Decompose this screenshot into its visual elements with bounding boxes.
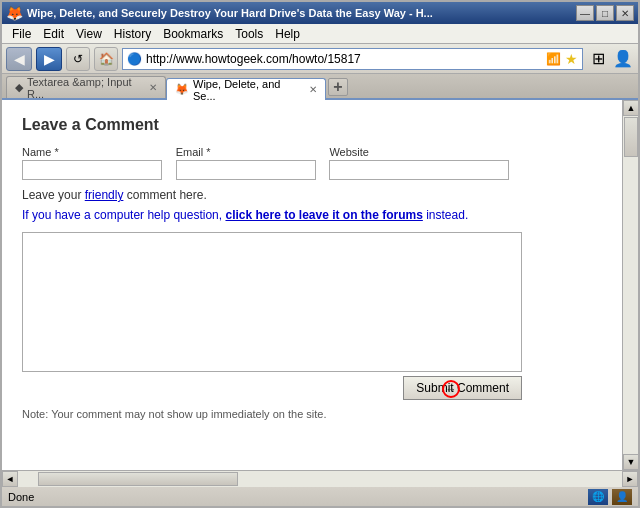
menu-file[interactable]: File — [6, 25, 37, 43]
website-input[interactable] — [329, 160, 509, 180]
website-label: Website — [329, 146, 542, 158]
status-icon-2: 👤 — [612, 489, 632, 505]
friendly-suffix: comment here. — [123, 188, 206, 202]
scroll-down-button[interactable]: ▼ — [623, 454, 638, 470]
comment-form: Leave a Comment Name * Email * Website — [22, 116, 542, 420]
vertical-scrollbar[interactable]: ▲ ▼ — [622, 100, 638, 470]
friendly-prefix: Leave your — [22, 188, 85, 202]
form-title: Leave a Comment — [22, 116, 542, 134]
user-icon[interactable]: 👤 — [612, 48, 634, 70]
tab-0-label: Textarea &amp; Input R... — [27, 76, 143, 98]
maximize-button[interactable]: □ — [596, 5, 614, 21]
forum-text: If you have a computer help question, cl… — [22, 208, 542, 222]
address-input[interactable] — [146, 52, 542, 66]
scroll-track[interactable] — [623, 116, 638, 454]
scroll-h-track[interactable] — [18, 471, 622, 487]
title-bar: 🦊 Wipe, Delete, and Securely Destroy You… — [2, 2, 638, 24]
home-button[interactable]: 🏠 — [94, 47, 118, 71]
email-input[interactable] — [176, 160, 316, 180]
menu-view[interactable]: View — [70, 25, 108, 43]
horizontal-scrollbar[interactable]: ◄ ► — [2, 470, 638, 486]
email-label: Email * — [176, 146, 318, 158]
submit-comment-button[interactable]: Submit Comment — [403, 376, 522, 400]
menu-help[interactable]: Help — [269, 25, 306, 43]
rss-icon: 📶 — [546, 52, 561, 66]
note-text: Note: Your comment may not show up immed… — [22, 408, 542, 420]
tab-1-close[interactable]: ✕ — [309, 84, 317, 95]
window-title: Wipe, Delete, and Securely Destroy Your … — [27, 7, 433, 19]
comment-textarea[interactable] — [22, 232, 522, 372]
tab-0-close[interactable]: ✕ — [149, 82, 157, 93]
friendly-link[interactable]: friendly — [85, 188, 124, 202]
back-button[interactable]: ◀ — [6, 47, 32, 71]
friendly-text: Leave your friendly comment here. — [22, 188, 542, 202]
form-fields-row: Name * Email * Website — [22, 146, 542, 180]
forum-link[interactable]: click here to leave it on the forums — [225, 208, 422, 222]
tabs-bar: ◆ Textarea &amp; Input R... ✕ 🦊 Wipe, De… — [2, 74, 638, 100]
refresh-button[interactable]: ↺ — [66, 47, 90, 71]
star-icon[interactable]: ★ — [565, 51, 578, 67]
address-bar[interactable]: 🔵 📶 ★ — [122, 48, 583, 70]
status-icon-1: 🌐 — [588, 489, 608, 505]
menu-edit[interactable]: Edit — [37, 25, 70, 43]
tab-1-label: Wipe, Delete, and Se... — [193, 78, 303, 100]
name-field: Name * — [22, 146, 164, 180]
tab-1-favicon: 🦊 — [175, 83, 189, 96]
status-bar: Done 🌐 👤 — [2, 486, 638, 506]
tab-0[interactable]: ◆ Textarea &amp; Input R... ✕ — [6, 76, 166, 98]
browser-window: 🦊 Wipe, Delete, and Securely Destroy You… — [0, 0, 640, 508]
scroll-h-thumb[interactable] — [38, 472, 238, 486]
content-wrapper: Leave a Comment Name * Email * Website — [2, 100, 638, 470]
email-field: Email * — [176, 146, 318, 180]
status-text: Done — [8, 491, 34, 503]
scroll-right-button[interactable]: ► — [622, 471, 638, 487]
menu-bookmarks[interactable]: Bookmarks — [157, 25, 229, 43]
page-content: Leave a Comment Name * Email * Website — [2, 100, 622, 470]
tab-0-favicon: ◆ — [15, 81, 23, 94]
scroll-thumb[interactable] — [624, 117, 638, 157]
address-favicon: 🔵 — [127, 52, 142, 66]
minimize-button[interactable]: — — [576, 5, 594, 21]
new-tab-button[interactable]: + — [328, 78, 348, 96]
submit-row: ↔ Submit Comment — [22, 376, 522, 400]
toolbar: ◀ ▶ ↺ 🏠 🔵 📶 ★ ⊞ 👤 — [2, 44, 638, 74]
scroll-left-button[interactable]: ◄ — [2, 471, 18, 487]
scroll-up-button[interactable]: ▲ — [623, 100, 638, 116]
resize-handle-indicator: ↔ — [442, 380, 460, 398]
menu-history[interactable]: History — [108, 25, 157, 43]
website-field: Website — [329, 146, 542, 180]
menu-bar: File Edit View History Bookmarks Tools H… — [2, 24, 638, 44]
forum-prefix: If you have a computer help question, — [22, 208, 225, 222]
window-favicon: 🦊 — [6, 5, 23, 21]
menu-tools[interactable]: Tools — [229, 25, 269, 43]
forum-suffix: instead. — [423, 208, 468, 222]
name-input[interactable] — [22, 160, 162, 180]
grid-icon[interactable]: ⊞ — [587, 48, 609, 70]
forward-button[interactable]: ▶ — [36, 47, 62, 71]
tab-1[interactable]: 🦊 Wipe, Delete, and Se... ✕ — [166, 78, 326, 100]
name-label: Name * — [22, 146, 164, 158]
close-button[interactable]: ✕ — [616, 5, 634, 21]
